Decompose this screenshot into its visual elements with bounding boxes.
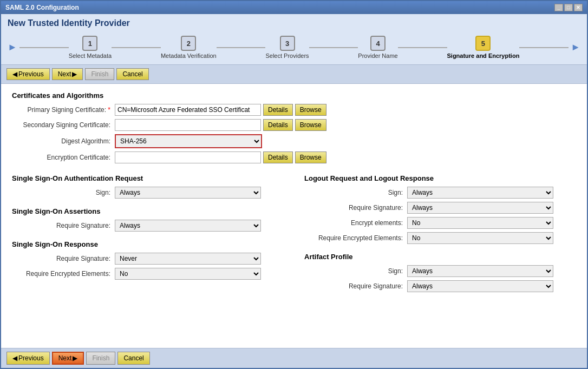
secondary-signing-label: Secondary Signing Certificate: <box>12 121 115 129</box>
step-3[interactable]: 3 Select Providers <box>265 36 309 59</box>
step-1[interactable]: 1 Select Metadata <box>69 36 112 59</box>
logout-sign-select[interactable]: Always Never Optional <box>407 187 553 199</box>
cancel-button-bottom[interactable]: Cancel <box>117 352 149 365</box>
logout-req-sig-select[interactable]: Always Never Optional <box>407 202 553 214</box>
next-button-top[interactable]: Next ▶ <box>52 68 83 80</box>
step-connector-0 <box>19 47 69 48</box>
sso-auth-sign-select[interactable]: Always Never Optional <box>115 187 261 199</box>
sso-response-req-sig-row: Require Signature: Never Always Optional <box>12 253 288 265</box>
step-connector-1 <box>112 47 161 48</box>
primary-signing-label: Primary Signing Certificate: * <box>12 106 115 114</box>
sso-response-req-sig-select[interactable]: Never Always Optional <box>115 253 261 265</box>
next-button-bottom[interactable]: Next ▶ <box>52 352 84 365</box>
sso-assertions-section: Single Sign-On Assertions Require Signat… <box>12 207 288 232</box>
step-4[interactable]: 4 Provider Name <box>358 36 397 59</box>
primary-browse-button[interactable]: Browse <box>295 104 326 116</box>
artifact-sign-label: Sign: <box>304 267 407 275</box>
digest-select[interactable]: SHA-256 SHA-1 SHA-512 <box>116 135 261 147</box>
sso-assertions-req-sig-row: Require Signature: Always Never Optional <box>12 220 288 232</box>
two-col-area: Single Sign-On Authentication Request Si… <box>12 174 576 295</box>
sso-auth-sign-label: Sign: <box>12 189 115 196</box>
step-3-label: Select Providers <box>265 52 309 59</box>
digest-select-wrap: SHA-256 SHA-1 SHA-512 <box>115 134 262 148</box>
artifact-title: Artifact Profile <box>304 253 576 261</box>
secondary-details-button[interactable]: Details <box>263 119 293 131</box>
step-connector-3 <box>309 47 358 48</box>
step-4-label: Provider Name <box>358 52 397 59</box>
sso-response-section: Single Sign-On Response Require Signatur… <box>12 240 288 280</box>
prev-arrow-bottom-icon: ◀ <box>12 354 17 362</box>
logout-sign-label: Sign: <box>304 189 407 196</box>
artifact-req-sig-select[interactable]: Always Never Optional <box>407 280 553 292</box>
top-nav-bar: ◀ Previous Next ▶ Finish Cancel <box>1 64 587 84</box>
page-title: New Trusted Identity Provider <box>8 18 580 28</box>
next-arrow-icon: ▶ <box>72 70 77 78</box>
sso-response-req-enc-row: Require Encrypted Elements: No Yes <box>12 268 288 280</box>
logout-req-enc-select[interactable]: No Yes <box>407 232 553 244</box>
minimize-button[interactable]: _ <box>554 4 563 11</box>
previous-button-bottom[interactable]: ◀ Previous <box>6 352 50 365</box>
step-2[interactable]: 2 Metadata Verification <box>161 36 217 59</box>
step-connector-5 <box>519 47 569 48</box>
primary-details-button[interactable]: Details <box>263 104 293 116</box>
logout-req-sig-row: Require Signature: Always Never Optional <box>304 202 576 214</box>
main-window: SAML 2.0 Configuration _ □ ✕ New Trusted… <box>0 0 588 369</box>
cancel-button-top[interactable]: Cancel <box>116 68 148 80</box>
logout-enc-select[interactable]: No Yes <box>407 217 553 229</box>
encryption-cert-row: Encryption Certificate: Details Browse <box>12 151 576 163</box>
sso-response-req-enc-label: Require Encrypted Elements: <box>12 270 115 278</box>
primary-signing-input[interactable] <box>115 104 261 116</box>
sso-response-req-enc-select[interactable]: No Yes <box>115 268 261 280</box>
step-1-circle: 1 <box>82 36 97 51</box>
step-5-label: Signature and Encryption <box>447 52 520 59</box>
logout-req-sig-label: Require Signature: <box>304 204 407 212</box>
left-col: Single Sign-On Authentication Request Si… <box>12 174 288 295</box>
step-connector-4 <box>398 47 447 48</box>
artifact-sign-select[interactable]: Always Never Optional <box>407 265 553 277</box>
close-button[interactable]: ✕ <box>574 4 583 11</box>
step-5-circle: 5 <box>475 36 491 51</box>
primary-signing-row: Primary Signing Certificate: * Details B… <box>12 104 576 116</box>
secondary-browse-button[interactable]: Browse <box>295 119 326 131</box>
logout-sign-row: Sign: Always Never Optional <box>304 187 576 199</box>
title-bar: SAML 2.0 Configuration _ □ ✕ <box>1 1 587 14</box>
wizard-steps: ► 1 Select Metadata 2 Metadata Verificat… <box>8 32 580 62</box>
header-section: New Trusted Identity Provider ► 1 Select… <box>1 14 587 64</box>
right-col: Logout Request and Logout Response Sign:… <box>304 174 576 295</box>
sso-auth-section: Single Sign-On Authentication Request Si… <box>12 174 288 199</box>
enc-details-button[interactable]: Details <box>263 151 293 163</box>
sso-auth-sign-row: Sign: Always Never Optional <box>12 187 288 199</box>
enc-browse-button[interactable]: Browse <box>295 151 326 163</box>
bottom-nav-bar: ◀ Previous Next ▶ Finish Cancel <box>1 348 587 368</box>
secondary-signing-input[interactable] <box>115 119 261 131</box>
certs-section-title: Certificates and Algorithms <box>12 91 576 100</box>
sso-auth-title: Single Sign-On Authentication Request <box>12 174 288 182</box>
sso-response-req-sig-label: Require Signature: <box>12 255 115 262</box>
step-start-arrow: ► <box>8 42 17 53</box>
step-end-arrow: ► <box>571 42 580 53</box>
maximize-button[interactable]: □ <box>564 4 573 11</box>
secondary-signing-row: Secondary Signing Certificate: Details B… <box>12 119 576 131</box>
step-2-circle: 2 <box>181 36 196 51</box>
previous-button-top[interactable]: ◀ Previous <box>6 68 50 80</box>
window-controls: _ □ ✕ <box>554 4 583 11</box>
content-area: New Trusted Identity Provider ► 1 Select… <box>1 14 587 368</box>
step-connector-2 <box>217 47 266 48</box>
finish-button-bottom[interactable]: Finish <box>86 352 115 365</box>
step-5[interactable]: 5 Signature and Encryption <box>447 36 520 59</box>
sso-assertions-req-sig-select[interactable]: Always Never Optional <box>115 220 261 232</box>
step-2-label: Metadata Verification <box>161 52 217 59</box>
artifact-req-sig-label: Require Signature: <box>304 282 407 290</box>
step-3-circle: 3 <box>280 36 295 51</box>
logout-enc-label: Encrypt elements: <box>304 219 407 227</box>
logout-req-enc-row: Require Encrypted Elements: No Yes <box>304 232 576 244</box>
digest-label: Digest Algorithm: <box>12 137 115 145</box>
artifact-req-sig-row: Require Signature: Always Never Optional <box>304 280 576 292</box>
logout-enc-row: Encrypt elements: No Yes <box>304 217 576 229</box>
logout-section: Logout Request and Logout Response Sign:… <box>304 174 576 244</box>
finish-button-top[interactable]: Finish <box>85 68 114 80</box>
encryption-cert-input[interactable] <box>115 151 261 163</box>
certs-section: Certificates and Algorithms Primary Sign… <box>12 91 576 167</box>
artifact-section: Artifact Profile Sign: Always Never Opti… <box>304 253 576 292</box>
sso-assertions-req-sig-label: Require Signature: <box>12 222 115 229</box>
